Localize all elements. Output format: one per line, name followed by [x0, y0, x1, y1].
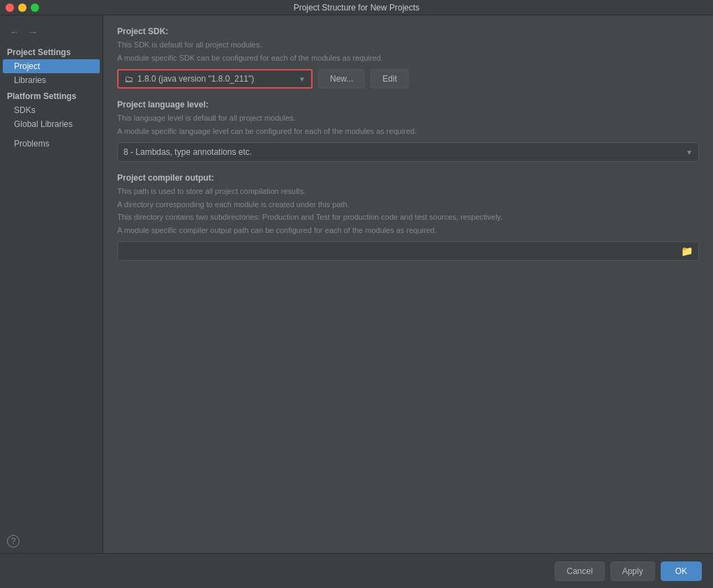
sdk-dropdown[interactable]: 🗂 1.8.0 (java version "1.8.0_211") ▼ — [117, 69, 313, 89]
compiler-desc-line1: This path is used to store all project c… — [117, 186, 699, 197]
compiler-desc-line3: This directory contains two subdirectori… — [117, 211, 699, 223]
window-controls[interactable] — [6, 3, 39, 12]
help-icon[interactable]: ? — [7, 535, 20, 548]
sidebar-item-libraries-label: Libraries — [14, 75, 46, 85]
sidebar-item-libraries[interactable]: Libraries — [0, 73, 103, 87]
help-label: ? — [11, 536, 16, 546]
sdk-row: 🗂 1.8.0 (java version "1.8.0_211") ▼ New… — [117, 69, 699, 89]
sidebar-item-project-label: Project — [14, 61, 40, 71]
minimize-button[interactable] — [18, 3, 27, 12]
edit-button[interactable]: Edit — [370, 69, 409, 89]
sidebar-item-project[interactable]: Project — [3, 59, 100, 73]
footer-right: Cancel Apply OK — [555, 561, 702, 581]
sidebar-item-global-libraries[interactable]: Global Libraries — [0, 117, 103, 131]
ok-button[interactable]: OK — [661, 561, 702, 581]
sdk-dropdown-arrow-icon: ▼ — [299, 75, 306, 83]
sidebar-item-problems-label: Problems — [14, 139, 50, 149]
language-desc-line1: This language level is default for all p… — [117, 112, 699, 124]
sdk-section-title: Project SDK: — [117, 27, 699, 36]
language-desc-line2: A module specific language level can be … — [117, 126, 699, 137]
maximize-button[interactable] — [31, 3, 39, 12]
sidebar-bottom: ? — [0, 529, 103, 553]
sdk-desc-line2: A module specific SDK can be configured … — [117, 52, 699, 64]
footer: Cancel Apply OK — [0, 553, 713, 588]
new-button[interactable]: New... — [318, 69, 365, 89]
sdk-value: 1.8.0 (java version "1.8.0_211") — [137, 74, 296, 84]
sidebar-item-sdks[interactable]: SDKs — [0, 103, 103, 117]
platform-settings-header: Platform Settings — [0, 87, 103, 103]
title-bar: Project Structure for New Projects — [0, 0, 713, 15]
main-container: ← → Project Settings Project Libraries P… — [0, 15, 713, 553]
sidebar-item-problems[interactable]: Problems — [0, 137, 103, 151]
nav-buttons: ← → — [0, 21, 103, 43]
compiler-section-title: Project compiler output: — [117, 173, 699, 183]
forward-button[interactable]: → — [25, 25, 40, 39]
project-settings-header: Project Settings — [0, 43, 103, 59]
sidebar-item-sdks-label: SDKs — [14, 105, 36, 115]
compiler-output-input[interactable] — [123, 246, 681, 256]
language-level-dropdown[interactable]: 8 - Lambdas, type annotations etc. ▼ — [117, 142, 699, 162]
sidebar-item-global-libraries-label: Global Libraries — [14, 119, 73, 129]
sdk-section: Project SDK: This SDK is default for all… — [117, 27, 699, 100]
cancel-button[interactable]: Cancel — [555, 561, 604, 581]
compiler-section: Project compiler output: This path is us… — [117, 173, 699, 261]
close-button[interactable] — [6, 3, 14, 12]
compiler-output-field: 📁 — [117, 241, 699, 261]
language-section-title: Project language level: — [117, 100, 699, 110]
content-area: Project SDK: This SDK is default for all… — [103, 15, 713, 553]
window-title: Project Structure for New Projects — [294, 3, 420, 13]
language-dropdown-arrow-icon: ▼ — [686, 149, 693, 156]
sdk-desc-line1: This SDK is default for all project modu… — [117, 39, 699, 51]
language-level-value: 8 - Lambdas, type annotations etc. — [123, 147, 686, 157]
sdk-icon: 🗂 — [124, 74, 133, 84]
folder-icon[interactable]: 📁 — [681, 246, 693, 257]
sidebar: ← → Project Settings Project Libraries P… — [0, 15, 103, 553]
back-button[interactable]: ← — [7, 25, 22, 39]
compiler-desc-line4: A module specific compiler output path c… — [117, 225, 699, 236]
language-section: Project language level: This language le… — [117, 100, 699, 173]
apply-button[interactable]: Apply — [610, 561, 655, 581]
compiler-desc-line2: A directory corresponding to each module… — [117, 199, 699, 211]
